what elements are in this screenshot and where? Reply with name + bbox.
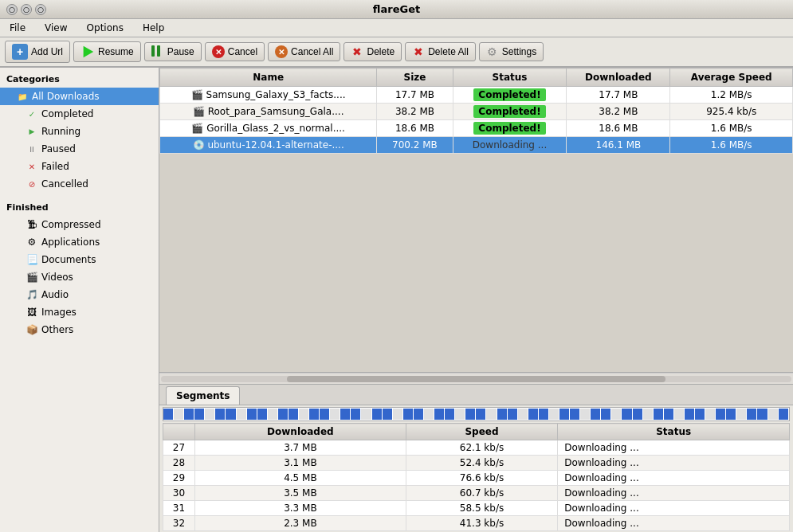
segment-block	[289, 409, 299, 420]
table-row[interactable]: 🎬 Gorilla_Glass_2_vs_normal.... 18.6 MB …	[160, 120, 793, 137]
segment-block	[476, 409, 486, 420]
pause-button[interactable]: Pause	[144, 42, 202, 61]
app-icon	[26, 236, 38, 248]
segment-block	[716, 409, 726, 420]
window-max-btn[interactable]: ○	[35, 4, 46, 15]
segment-block	[163, 409, 174, 420]
download-status: Downloading ...	[453, 137, 567, 154]
title-bar: ○ ○ ○ flareGet	[0, 0, 793, 19]
menu-help[interactable]: Help	[136, 21, 171, 35]
segment-block	[779, 409, 789, 420]
segment-block	[633, 409, 643, 420]
segment-row: 29 4.5 MB 76.6 kb/s Downloading ...	[163, 471, 790, 486]
seg-speed: 62.1 kb/s	[406, 440, 558, 456]
segment-block	[508, 409, 518, 420]
status-badge: Completed!	[473, 88, 545, 101]
window-min-btn[interactable]: ○	[21, 4, 32, 15]
status-badge: Completed!	[473, 105, 545, 118]
table-row[interactable]: 🎬 Root_para_Samsung_Gala.... 38.2 MB Com…	[160, 104, 793, 120]
sidebar-item-images[interactable]: Images	[0, 303, 159, 321]
segment-block	[528, 409, 539, 420]
segments-table-wrap[interactable]: Downloaded Speed Status 27 3.7 MB 62.1 k…	[163, 423, 790, 531]
horizontal-scrollbar[interactable]	[159, 373, 793, 384]
menu-view[interactable]: View	[38, 21, 73, 35]
add-url-button[interactable]: + Add Url	[5, 41, 70, 63]
download-avg-speed: 1.6 MB/s	[670, 137, 793, 154]
segments-section: Segments Downloaded Speed Status	[159, 384, 793, 532]
cancel-icon: ✕	[212, 45, 225, 58]
segment-block	[445, 409, 455, 420]
sidebar-item-others[interactable]: Others	[0, 321, 159, 338]
segment-block	[685, 409, 695, 420]
delete-all-button[interactable]: ✖ Delete All	[405, 42, 476, 61]
sidebar-item-completed[interactable]: Completed	[0, 105, 159, 123]
seg-speed: 76.6 kb/s	[406, 471, 558, 486]
window-close-btn[interactable]: ○	[6, 4, 18, 15]
app-title: flareGet	[46, 3, 747, 15]
segment-block	[705, 409, 716, 420]
segment-row: 28 3.1 MB 52.4 kb/s Downloading ...	[163, 456, 790, 471]
seg-speed: 41.3 kb/s	[406, 516, 558, 531]
seg-downloaded: 2.3 MB	[195, 516, 406, 531]
audio-icon	[26, 288, 38, 301]
settings-icon: ⚙	[486, 45, 499, 58]
col-header-downloaded: Downloaded	[567, 68, 670, 87]
sidebar-item-applications[interactable]: Applications	[0, 233, 159, 251]
content-area: Name Size Status Downloaded Average Spee…	[159, 68, 793, 532]
segment-block	[726, 409, 736, 420]
download-downloaded: 18.6 MB	[567, 120, 670, 137]
sidebar-item-audio[interactable]: Audio	[0, 286, 159, 303]
segments-tab[interactable]: Segments	[166, 386, 240, 405]
segment-block	[768, 409, 779, 420]
image-icon	[26, 306, 38, 319]
download-avg-speed: 925.4 kb/s	[670, 104, 793, 120]
pause-sidebar-icon	[26, 143, 38, 155]
segment-block	[247, 409, 257, 420]
table-row[interactable]: 💿 ubuntu-12.04.1-alternate-.... 700.2 MB…	[160, 137, 793, 154]
segment-block	[205, 409, 215, 420]
seg-status: Downloading ...	[558, 456, 790, 471]
seg-speed: 52.4 kb/s	[406, 456, 558, 471]
download-table-wrap[interactable]: Name Size Status Downloaded Average Spee…	[159, 68, 793, 373]
sidebar-item-failed[interactable]: Failed	[0, 158, 159, 175]
status-badge: Downloading ...	[473, 139, 547, 151]
seg-num: 30	[163, 486, 195, 501]
add-url-icon: +	[12, 44, 28, 60]
resume-icon	[80, 45, 95, 59]
delete-button[interactable]: ✖ Delete	[344, 42, 402, 61]
download-size: 17.7 MB	[377, 87, 453, 104]
segment-block	[237, 409, 247, 420]
sidebar-section-finished: Finished	[0, 199, 159, 216]
sidebar-item-documents[interactable]: Documents	[0, 251, 159, 268]
sidebar-item-running[interactable]: Running	[0, 123, 159, 140]
table-row[interactable]: 🎬 Samsung_Galaxy_S3_facts.... 17.7 MB Co…	[160, 87, 793, 104]
resume-button[interactable]: Resume	[73, 41, 141, 62]
cancel-button[interactable]: ✕ Cancel	[205, 42, 265, 61]
segment-block	[643, 409, 654, 420]
seg-num: 31	[163, 501, 195, 516]
download-status: Completed!	[453, 87, 567, 104]
download-avg-speed: 1.2 MB/s	[670, 87, 793, 104]
seg-status: Downloading ...	[558, 486, 790, 501]
sidebar-item-videos[interactable]: Videos	[0, 268, 159, 286]
sidebar-item-cancelled[interactable]: Cancelled	[0, 175, 159, 193]
seg-downloaded: 3.3 MB	[195, 501, 406, 516]
menu-file[interactable]: File	[3, 21, 32, 35]
segment-block	[194, 409, 205, 420]
sidebar-item-all-downloads[interactable]: 📁 All Downloads	[0, 88, 159, 105]
segment-block	[570, 409, 580, 420]
seg-col-num	[163, 424, 195, 440]
settings-button[interactable]: ⚙ Settings	[479, 42, 544, 61]
segment-row: 27 3.7 MB 62.1 kb/s Downloading ...	[163, 440, 790, 456]
seg-downloaded: 3.5 MB	[195, 486, 406, 501]
segments-table: Downloaded Speed Status 27 3.7 MB 62.1 k…	[163, 423, 790, 531]
cancel-all-button[interactable]: ✕ Cancel All	[268, 42, 340, 61]
segment-block	[611, 409, 622, 420]
sidebar-item-compressed[interactable]: Compressed	[0, 216, 159, 233]
sidebar-item-paused[interactable]: Paused	[0, 140, 159, 158]
segment-block	[559, 409, 570, 420]
menu-options[interactable]: Options	[80, 21, 130, 35]
seg-num: 32	[163, 516, 195, 531]
col-header-avg-speed: Average Speed	[670, 68, 793, 87]
segment-block	[174, 409, 184, 420]
